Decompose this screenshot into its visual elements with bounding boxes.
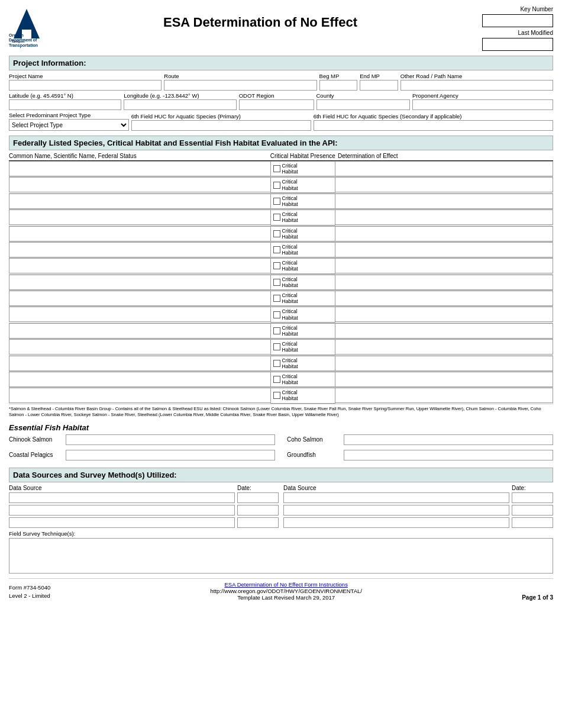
huc-secondary-group: 6th Field HUC for Aquatic Species (Secon… — [314, 113, 553, 131]
species-name-input[interactable] — [9, 242, 270, 257]
coastal-pelagics-input[interactable] — [66, 450, 275, 460]
beg-mp-input[interactable] — [319, 80, 358, 91]
ds-row-1 — [9, 492, 553, 503]
determination-input[interactable] — [335, 339, 553, 355]
critical-habitat-checkbox[interactable] — [273, 230, 280, 237]
ds-date-input-2-left[interactable] — [237, 505, 279, 516]
chinook-label: Chinook Salmon — [9, 436, 62, 443]
huc-secondary-input[interactable] — [314, 120, 553, 131]
determination-input[interactable] — [335, 323, 553, 339]
critical-habitat-checkbox[interactable] — [273, 343, 280, 350]
determination-input[interactable] — [335, 161, 553, 176]
critical-habitat-cell: CriticalHabitat — [270, 307, 335, 322]
federally-listed-section: Federally Listed Species, Critical Habit… — [9, 136, 553, 418]
critical-habitat-checkbox[interactable] — [273, 165, 280, 172]
critical-habitat-checkbox[interactable] — [273, 198, 280, 205]
determination-input[interactable] — [335, 388, 553, 403]
determination-input[interactable] — [335, 356, 553, 371]
species-name-input[interactable] — [9, 177, 270, 192]
chinook-group: Chinook Salmon — [9, 434, 275, 445]
project-row-3: Select Predominant Project Type Select P… — [9, 112, 553, 131]
determination-input[interactable] — [335, 226, 553, 241]
species-name-input[interactable] — [9, 291, 270, 306]
ds-source-input-3-right[interactable] — [283, 517, 509, 528]
critical-habitat-checkbox[interactable] — [273, 376, 280, 383]
instructions-link[interactable]: ESA Determination of No Effect Form Inst… — [225, 581, 348, 588]
end-mp-input[interactable] — [360, 80, 398, 91]
species-name-input[interactable] — [9, 356, 270, 371]
species-name-input[interactable] — [9, 275, 270, 290]
determination-input[interactable] — [335, 242, 553, 257]
species-name-input[interactable] — [9, 226, 270, 241]
huc-primary-input[interactable] — [131, 120, 311, 131]
determination-input[interactable] — [335, 275, 553, 290]
species-name-input[interactable] — [9, 258, 270, 273]
ds-date-input-1-right[interactable] — [512, 492, 553, 503]
route-input[interactable] — [164, 80, 316, 91]
critical-habitat-checkbox[interactable] — [273, 327, 280, 334]
species-name-input[interactable] — [9, 372, 270, 387]
critical-habitat-checkbox[interactable] — [273, 214, 280, 221]
determination-input[interactable] — [335, 210, 553, 225]
determination-input[interactable] — [335, 258, 553, 273]
ds-date-input-3-right[interactable] — [512, 517, 553, 528]
determination-input[interactable] — [335, 372, 553, 387]
county-input[interactable] — [316, 99, 411, 110]
latitude-input[interactable] — [9, 99, 121, 110]
beg-mp-group: Beg MP — [319, 73, 358, 91]
determination-input[interactable] — [335, 177, 553, 192]
critical-habitat-checkbox[interactable] — [273, 360, 280, 367]
species-name-input[interactable] — [9, 339, 270, 355]
ds-date-input-3-left[interactable] — [237, 517, 279, 528]
proponent-agency-input[interactable] — [412, 99, 553, 110]
determination-input[interactable] — [335, 291, 553, 306]
odot-region-input[interactable] — [239, 99, 314, 110]
critical-habitat-checkbox[interactable] — [273, 311, 280, 318]
critical-habitat-checkbox[interactable] — [273, 279, 280, 286]
determination-input[interactable] — [335, 307, 553, 322]
field-survey-group: Field Survey Technique(s): — [9, 530, 553, 574]
critical-habitat-checkbox[interactable] — [273, 262, 280, 269]
ds-source-input-3-left[interactable] — [9, 517, 235, 528]
species-name-input[interactable] — [9, 210, 270, 225]
key-number-field[interactable] — [482, 14, 553, 27]
ds-date-input-2-right[interactable] — [512, 505, 553, 516]
footer-url: http://www.oregon.gov/ODOT/HWY/GEOENVIRO… — [211, 588, 362, 594]
latitude-group: Latitude (e.g. 45.4591° N) — [9, 92, 121, 110]
critical-habitat-cell: CriticalHabitat — [270, 210, 335, 225]
species-name-input[interactable] — [9, 194, 270, 209]
field-survey-input[interactable] — [9, 538, 553, 574]
ds-source-input-2-left[interactable] — [9, 505, 235, 516]
ds-date-label-left: Date: — [237, 485, 279, 491]
ds-source-input-2-right[interactable] — [283, 505, 509, 516]
ds-header-row: Data Source Date: Data Source Date: — [9, 485, 553, 491]
critical-habitat-checkbox[interactable] — [273, 182, 280, 189]
project-type-select[interactable]: Select Project Type — [9, 119, 129, 131]
species-name-input[interactable] — [9, 161, 270, 176]
ds-source-label-right: Data Source — [283, 485, 509, 491]
ds-source-input-1-left[interactable] — [9, 492, 235, 503]
critical-habitat-cell: CriticalHabitat — [270, 275, 335, 290]
critical-habitat-cell: CriticalHabitat — [270, 291, 335, 306]
end-mp-label: End MP — [360, 73, 398, 79]
species-row: CriticalHabitat — [9, 323, 553, 339]
col-header-critical-habitat: Critical Habitat Presence — [270, 153, 335, 159]
determination-input[interactable] — [335, 194, 553, 209]
odot-region-label: ODOT Region — [239, 92, 314, 99]
last-modified-field[interactable] — [482, 38, 553, 51]
critical-habitat-checkbox[interactable] — [273, 392, 280, 399]
species-name-input[interactable] — [9, 307, 270, 322]
chinook-input[interactable] — [66, 434, 275, 445]
ds-source-input-1-right[interactable] — [283, 492, 509, 503]
species-name-input[interactable] — [9, 323, 270, 339]
longitude-input[interactable] — [124, 99, 236, 110]
critical-habitat-checkbox[interactable] — [273, 295, 280, 302]
coho-input[interactable] — [344, 434, 553, 445]
groundfish-input[interactable] — [344, 450, 553, 460]
critical-habitat-checkbox[interactable] — [273, 246, 280, 253]
species-name-input[interactable] — [9, 388, 270, 403]
ds-date-input-1-left[interactable] — [237, 492, 279, 503]
other-road-input[interactable] — [400, 80, 553, 91]
critical-habitat-label: CriticalHabitat — [282, 260, 298, 272]
project-name-input[interactable] — [9, 80, 162, 91]
